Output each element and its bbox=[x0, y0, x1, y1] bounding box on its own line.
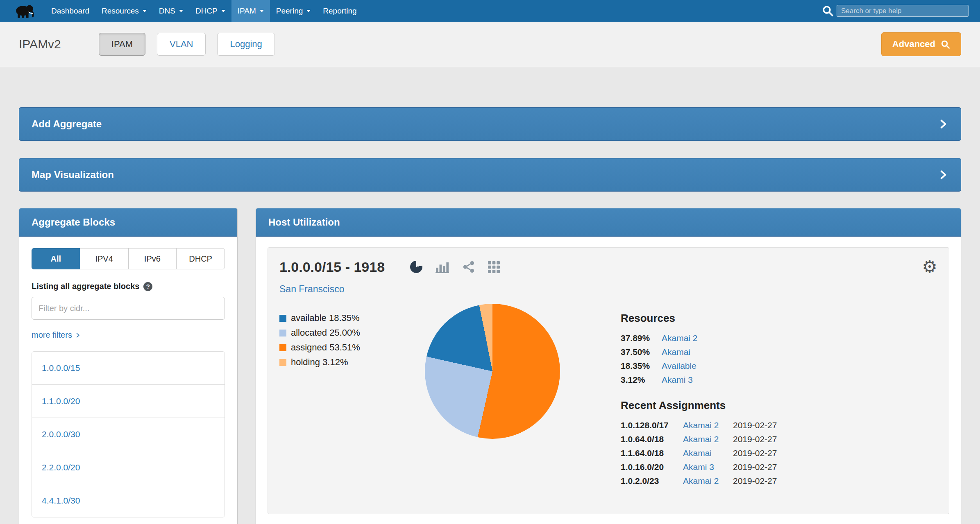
share-icon[interactable] bbox=[463, 261, 475, 273]
chevron-down-icon bbox=[221, 10, 225, 12]
pie-chart-wrap bbox=[404, 311, 581, 439]
assignment-cidr: 1.1.64.0/18 bbox=[621, 446, 683, 460]
nav-label: IPAM bbox=[238, 7, 256, 16]
resource-link[interactable]: Akami 3 bbox=[662, 375, 693, 384]
gear-icon[interactable]: ⚙ bbox=[922, 258, 937, 276]
cidr-filter-input[interactable] bbox=[32, 297, 225, 320]
pie-chart-icon[interactable] bbox=[410, 261, 422, 273]
navbar-search bbox=[822, 0, 969, 22]
nav-label: Dashboard bbox=[51, 7, 89, 16]
pie-legend: available 18.35% allocated 25.00% assign… bbox=[279, 311, 404, 372]
resource-row: 3.12%Akami 3 bbox=[621, 373, 937, 387]
pie-chart bbox=[425, 304, 560, 439]
aggregate-block-link[interactable]: 2.0.0.0/30 bbox=[32, 418, 225, 451]
aggregate-block-list: 1.0.0.0/15 1.1.0.0/20 2.0.0.0/30 2.2.0.0… bbox=[32, 351, 225, 517]
assignment-link[interactable]: Akamai 2 bbox=[683, 418, 733, 432]
page-header: IPAMv2 IPAM VLAN Logging Advanced bbox=[0, 22, 980, 67]
aggregate-blocks-title: Aggregate Blocks bbox=[19, 208, 237, 237]
legend-label: allocated 25.00% bbox=[291, 328, 360, 338]
chevron-right-icon bbox=[938, 169, 948, 180]
location-link[interactable]: San Franscisco bbox=[279, 284, 345, 295]
resource-link[interactable]: Available bbox=[662, 361, 696, 370]
resource-row: 37.50%Akamai bbox=[621, 345, 937, 359]
assignment-date: 2019-02-27 bbox=[733, 462, 777, 472]
chevron-down-icon bbox=[143, 10, 147, 12]
help-icon[interactable]: ? bbox=[143, 282, 152, 291]
assignment-link[interactable]: Akamai bbox=[683, 446, 733, 460]
nav-dhcp[interactable]: DHCP bbox=[189, 0, 231, 22]
nav-resources[interactable]: Resources bbox=[95, 0, 153, 22]
page-title: IPAMv2 bbox=[19, 37, 61, 51]
utilization-row: available 18.35% allocated 25.00% assign… bbox=[279, 311, 937, 488]
assignment-row: 1.0.2.0/23Akamai 22019-02-27 bbox=[621, 474, 937, 488]
advanced-label: Advanced bbox=[892, 39, 935, 50]
block-type-filter-group: All IPV4 IPv6 DHCP bbox=[32, 248, 225, 269]
chevron-down-icon bbox=[260, 10, 264, 12]
legend-item: allocated 25.00% bbox=[279, 328, 404, 338]
chevron-down-icon bbox=[179, 10, 183, 12]
chevron-right-icon bbox=[75, 332, 81, 338]
resource-link[interactable]: Akamai 2 bbox=[662, 333, 698, 343]
nav-dns[interactable]: DNS bbox=[153, 0, 189, 22]
mammoth-icon bbox=[13, 2, 36, 20]
aggregate-blocks-body: All IPV4 IPv6 DHCP Listing all aggregate… bbox=[19, 237, 237, 524]
legend-label: available 18.35% bbox=[291, 313, 360, 323]
advanced-button[interactable]: Advanced bbox=[881, 32, 961, 56]
search-input[interactable] bbox=[837, 5, 969, 17]
assignment-link[interactable]: Akami 3 bbox=[683, 460, 733, 474]
more-filters-label: more filters bbox=[32, 330, 72, 340]
assignment-link[interactable]: Akamai 2 bbox=[683, 474, 733, 488]
aggregate-block-link[interactable]: 4.4.1.0/30 bbox=[32, 484, 225, 517]
assignment-cidr: 1.0.16.0/20 bbox=[621, 460, 683, 474]
bar-chart-icon[interactable] bbox=[436, 261, 449, 273]
resource-link[interactable]: Akamai bbox=[662, 347, 690, 357]
host-utilization-card: 1.0.0.0/15 - 1918 ⚙ bbox=[268, 247, 949, 514]
aggregate-block-link[interactable]: 2.2.0.0/20 bbox=[32, 451, 225, 484]
assignment-link[interactable]: Akamai 2 bbox=[683, 432, 733, 446]
assignment-cidr: 1.0.2.0/23 bbox=[621, 474, 683, 488]
legend-swatch bbox=[279, 315, 286, 322]
more-filters-link[interactable]: more filters bbox=[32, 330, 81, 340]
resource-row: 37.89%Akamai 2 bbox=[621, 331, 937, 345]
legend-label: assigned 53.51% bbox=[291, 342, 360, 353]
aggregate-block-link[interactable]: 1.0.0.0/15 bbox=[32, 352, 225, 384]
nav-label: DHCP bbox=[195, 7, 218, 16]
tab-ipam[interactable]: IPAM bbox=[99, 33, 145, 56]
nav-reporting[interactable]: Reporting bbox=[317, 0, 363, 22]
tab-logging[interactable]: Logging bbox=[217, 33, 274, 56]
assignment-cidr: 1.0.64.0/18 bbox=[621, 432, 683, 446]
filter-dhcp-button[interactable]: DHCP bbox=[176, 248, 225, 269]
host-utilization-body: 1.0.0.0/15 - 1918 ⚙ bbox=[256, 237, 961, 524]
nav-peering[interactable]: Peering bbox=[270, 0, 317, 22]
map-visualization-bar[interactable]: Map Visualization bbox=[19, 158, 961, 192]
nav-ipam[interactable]: IPAM bbox=[231, 0, 270, 22]
map-visualization-label: Map Visualization bbox=[32, 169, 114, 181]
filter-all-button[interactable]: All bbox=[32, 248, 80, 269]
assignment-date: 2019-02-27 bbox=[733, 448, 777, 458]
resource-pct: 3.12% bbox=[621, 373, 662, 387]
filter-ipv4-button[interactable]: IPV4 bbox=[80, 248, 129, 269]
resource-pct: 18.35% bbox=[621, 359, 662, 373]
brand-logo[interactable] bbox=[0, 0, 45, 22]
filter-ipv6-button[interactable]: IPv6 bbox=[128, 248, 177, 269]
recent-assignments-heading: Recent Assignments bbox=[621, 399, 937, 412]
search-icon[interactable] bbox=[822, 5, 834, 17]
nav-label: DNS bbox=[159, 7, 175, 16]
add-aggregate-bar[interactable]: Add Aggregate bbox=[19, 107, 961, 141]
tab-vlan[interactable]: VLAN bbox=[157, 33, 206, 56]
block-title: 1.0.0.0/15 - 1918 bbox=[279, 259, 385, 275]
assignment-date: 2019-02-27 bbox=[733, 476, 777, 486]
content-row: Aggregate Blocks All IPV4 IPv6 DHCP List… bbox=[19, 208, 961, 524]
assignment-row: 1.1.64.0/18Akamai2019-02-27 bbox=[621, 446, 937, 460]
assignment-row: 1.0.128.0/17Akamai 22019-02-27 bbox=[621, 418, 937, 432]
resource-row: 18.35%Available bbox=[621, 359, 937, 373]
top-navbar: Dashboard Resources DNS DHCP IPAM Peerin… bbox=[0, 0, 980, 22]
grid-icon[interactable] bbox=[488, 261, 500, 273]
legend-swatch bbox=[279, 344, 286, 351]
nav-dashboard[interactable]: Dashboard bbox=[45, 0, 95, 22]
aggregate-block-link[interactable]: 1.1.0.0/20 bbox=[32, 384, 225, 418]
nav-label: Peering bbox=[276, 7, 303, 16]
chevron-down-icon bbox=[306, 10, 311, 12]
nav-label: Reporting bbox=[323, 7, 356, 16]
host-utilization-title: Host Utilization bbox=[256, 208, 961, 237]
